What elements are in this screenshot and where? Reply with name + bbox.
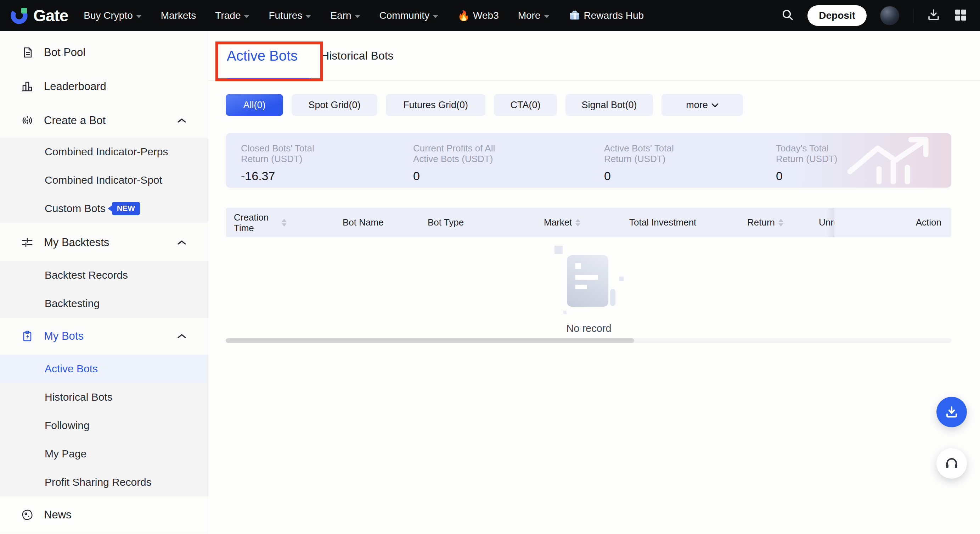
nav-rewards-hub[interactable]: Rewards Hub [569,8,644,23]
nav-earn[interactable]: Earn [330,10,360,21]
sidebar-item-following[interactable]: Following [0,411,208,440]
chevron-down-icon [244,15,250,18]
column-market[interactable]: Market [544,208,580,237]
sort-icon[interactable] [575,219,580,226]
empty-state-decoration [563,311,566,314]
sidebar-item-custom-bots[interactable]: Custom Bots NEW [0,194,208,223]
chevron-down-icon [711,103,719,107]
nav-menu: Buy Crypto Markets Trade Futures Earn Co… [84,8,644,23]
download-icon [944,405,959,419]
avatar[interactable] [880,6,899,25]
sidebar-item-my-page[interactable]: My Page [0,440,208,468]
chevron-down-icon [433,15,438,18]
headset-icon [944,456,959,471]
column-creation-time[interactable]: Creation Time [234,208,286,237]
filter-all[interactable]: All(0) [226,94,283,116]
my-backtests-submenu: Backtest Records Backtesting [0,261,208,318]
nav-futures[interactable]: Futures [269,10,311,21]
document-icon [21,46,34,59]
filter-cta[interactable]: CTA(0) [494,94,557,116]
nav-more[interactable]: More [518,10,549,21]
chevron-up-icon[interactable] [177,118,186,123]
sidebar-item-historical-bots[interactable]: Historical Bots [0,383,208,411]
sidebar-item-news[interactable]: News [0,498,208,532]
gate-logo[interactable]: Gate [9,5,68,27]
filter-spot-grid[interactable]: Spot Grid(0) [291,94,377,116]
download-icon[interactable] [927,8,940,23]
filter-more[interactable]: more [662,94,743,116]
tab-active-bots[interactable]: Active Bots [227,48,298,64]
empty-state-decoration [554,246,563,254]
gift-box-icon [569,8,581,23]
empty-state-decoration [619,277,624,281]
filter-futures-grid[interactable]: Futures Grid(0) [386,94,485,116]
filter-signal-bot[interactable]: Signal Bot(0) [565,94,653,116]
stats-banner: Closed Bots' TotalReturn (USDT) -16.37 C… [226,133,951,188]
deposit-button[interactable]: Deposit [807,5,867,26]
stat-current-profits: Current Profits of AllActive Bots (USDT)… [413,143,516,183]
tab-historical-bots[interactable]: Historical Bots [321,49,394,62]
bar-chart-icon [21,80,34,93]
news-icon [21,508,34,521]
my-bots-submenu: Active Bots Historical Bots Following My… [0,355,208,496]
apps-grid-icon[interactable] [954,8,967,23]
page-tabs: Active Bots Historical Bots [208,31,980,81]
column-return[interactable]: Return [747,208,783,237]
nav-community[interactable]: Community [379,10,439,21]
horizontal-scrollbar-thumb[interactable] [226,338,634,343]
support-fab-button[interactable] [936,448,967,479]
search-icon[interactable] [781,8,794,23]
sort-icon[interactable] [778,219,783,226]
column-bot-name: Bot Name [343,208,384,237]
stat-active-total-return: Active Bots' TotalReturn (USDT) 0 [604,143,707,183]
table-header: Creation Time Bot Name Bot Type Market T… [226,208,951,237]
nav-divider [913,8,913,23]
top-nav: Gate Buy Crypto Markets Trade Futures Ea… [0,0,980,31]
no-record-text: No record [544,323,633,335]
horizontal-scrollbar-track[interactable] [226,338,951,343]
brand-name: Gate [33,6,68,25]
sidebar-item-profit-sharing-records[interactable]: Profit Sharing Records [0,468,208,496]
create-a-bot-submenu: Combined Indicator-Perps Combined Indica… [0,137,208,223]
sidebar-item-leaderboard[interactable]: Leaderboard [0,70,208,104]
no-record-illustration-tab [610,289,616,306]
nav-web3[interactable]: 🔥 Web3 [457,10,499,22]
active-tab-underline [227,78,311,80]
chevron-down-icon [355,15,360,18]
fire-icon: 🔥 [457,10,470,22]
trend-chart-icon [836,135,942,187]
no-record-illustration [567,255,608,307]
stat-value: 0 [604,169,707,183]
sidebar: Bot Pool Leaderboard Create a Bot Combin… [0,31,208,534]
stat-closed-total-return: Closed Bots' TotalReturn (USDT) -16.37 [241,143,344,183]
sidebar-item-backtest-records[interactable]: Backtest Records [0,261,208,289]
column-total-investment: Total Investment [629,208,696,237]
nav-trade[interactable]: Trade [215,10,250,21]
sidebar-item-my-bots[interactable]: My Bots [0,319,208,353]
clipboard-bolt-icon [21,329,34,343]
column-action: Action [834,208,951,237]
sidebar-item-create-a-bot[interactable]: Create a Bot [0,104,208,137]
chevron-down-icon [544,15,549,18]
nav-buy-crypto[interactable]: Buy Crypto [84,10,142,21]
sort-icon[interactable] [282,219,286,226]
sidebar-item-combined-indicator-perps[interactable]: Combined Indicator-Perps [0,137,208,166]
sidebar-item-combined-indicator-spot[interactable]: Combined Indicator-Spot [0,166,208,194]
download-fab-button[interactable] [936,397,967,427]
gate-logo-icon [9,5,30,27]
stat-value: 0 [413,169,516,183]
chevron-up-icon[interactable] [177,333,186,339]
chevron-down-icon [305,15,311,18]
new-badge: NEW [112,202,140,215]
broadcast-icon [21,114,34,127]
nav-markets[interactable]: Markets [161,10,196,21]
column-bot-type: Bot Type [428,208,464,237]
sidebar-item-my-backtests[interactable]: My Backtests [0,226,208,260]
chevron-down-icon [136,15,142,18]
sidebar-item-bot-pool[interactable]: Bot Pool [0,35,208,70]
chevron-up-icon[interactable] [177,240,186,245]
bot-type-filters: All(0) Spot Grid(0) Futures Grid(0) CTA(… [226,94,980,116]
sidebar-item-backtesting[interactable]: Backtesting [0,289,208,318]
sidebar-item-active-bots[interactable]: Active Bots [0,355,208,383]
main-content: Active Bots Historical Bots All(0) Spot … [208,31,980,534]
